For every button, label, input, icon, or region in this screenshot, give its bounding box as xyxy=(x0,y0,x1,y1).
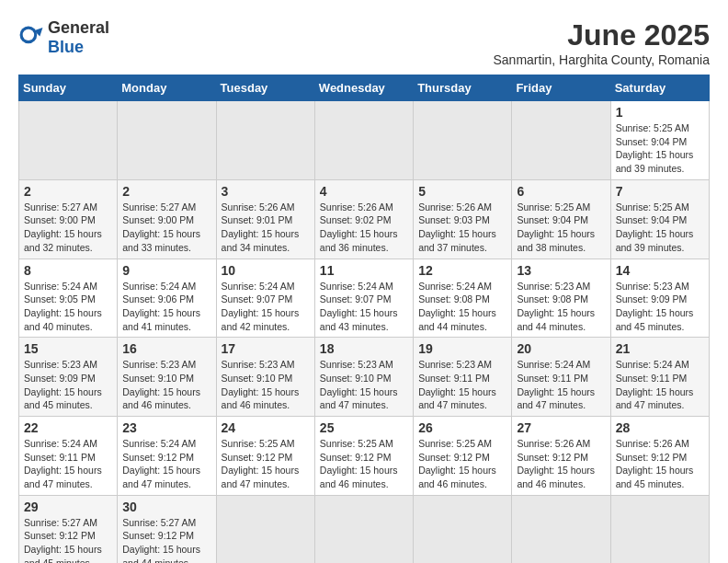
day-info: Sunrise: 5:25 AMSunset: 9:04 PMDaylight:… xyxy=(517,201,595,253)
logo-text: General Blue xyxy=(48,18,109,57)
calendar-cell: 25 Sunrise: 5:25 AMSunset: 9:12 PMDaylig… xyxy=(314,417,413,496)
calendar-cell: 9 Sunrise: 5:24 AMSunset: 9:06 PMDayligh… xyxy=(118,259,216,338)
calendar-cell: 12 Sunrise: 5:24 AMSunset: 9:08 PMDaylig… xyxy=(414,259,512,338)
calendar-cell: 21 Sunrise: 5:24 AMSunset: 9:11 PMDaylig… xyxy=(610,338,709,417)
calendar-cell: 16 Sunrise: 5:23 AMSunset: 9:10 PMDaylig… xyxy=(118,338,216,417)
calendar-cell: 10 Sunrise: 5:24 AMSunset: 9:07 PMDaylig… xyxy=(216,259,314,338)
day-number: 23 xyxy=(122,420,210,435)
day-info: Sunrise: 5:25 AMSunset: 9:04 PMDaylight:… xyxy=(616,201,694,253)
day-info: Sunrise: 5:24 AMSunset: 9:11 PMDaylight:… xyxy=(24,438,102,489)
header-friday: Friday xyxy=(512,75,610,101)
calendar-cell: 14 Sunrise: 5:23 AMSunset: 9:09 PMDaylig… xyxy=(610,259,709,338)
day-number: 24 xyxy=(222,420,310,435)
day-info: Sunrise: 5:24 AMSunset: 9:11 PMDaylight:… xyxy=(517,359,595,410)
logo-blue: Blue xyxy=(48,38,84,56)
calendar-cell: 8 Sunrise: 5:24 AMSunset: 9:05 PMDayligh… xyxy=(19,259,118,338)
day-info: Sunrise: 5:23 AMSunset: 9:11 PMDaylight:… xyxy=(418,359,496,410)
page-subtitle: Sanmartin, Harghita County, Romania xyxy=(493,52,710,67)
day-number: 5 xyxy=(418,184,506,199)
day-info: Sunrise: 5:25 AMSunset: 9:12 PMDaylight:… xyxy=(222,438,300,489)
calendar-cell xyxy=(216,101,314,180)
day-info: Sunrise: 5:26 AMSunset: 9:02 PMDaylight:… xyxy=(320,201,398,253)
calendar-cell: 5 Sunrise: 5:26 AMSunset: 9:03 PMDayligh… xyxy=(414,179,512,259)
calendar-week-row: 15 Sunrise: 5:23 AMSunset: 9:09 PMDaylig… xyxy=(19,338,710,417)
day-info: Sunrise: 5:23 AMSunset: 9:10 PMDaylight:… xyxy=(122,359,200,410)
day-info: Sunrise: 5:26 AMSunset: 9:12 PMDaylight:… xyxy=(616,438,694,489)
calendar-cell: 1 Sunrise: 5:25 AMSunset: 9:04 PMDayligh… xyxy=(610,101,709,180)
day-info: Sunrise: 5:26 AMSunset: 9:12 PMDaylight:… xyxy=(517,438,595,489)
calendar-week-row: 1 Sunrise: 5:25 AMSunset: 9:04 PMDayligh… xyxy=(19,101,710,180)
day-info: Sunrise: 5:23 AMSunset: 9:10 PMDaylight:… xyxy=(320,359,398,410)
calendar-cell: 28 Sunrise: 5:26 AMSunset: 9:12 PMDaylig… xyxy=(610,417,709,496)
calendar-cell: 18 Sunrise: 5:23 AMSunset: 9:10 PMDaylig… xyxy=(314,338,413,417)
calendar-cell xyxy=(216,495,314,563)
calendar-week-row: 2 Sunrise: 5:27 AMSunset: 9:00 PMDayligh… xyxy=(19,179,710,259)
header: General Blue June 2025 Sanmartin, Harghi… xyxy=(18,18,710,67)
day-number: 15 xyxy=(24,341,112,356)
day-info: Sunrise: 5:23 AMSunset: 9:09 PMDaylight:… xyxy=(616,281,694,332)
day-number: 7 xyxy=(616,184,704,199)
day-number: 12 xyxy=(418,263,506,278)
calendar-cell xyxy=(610,495,709,563)
calendar-cell: 6 Sunrise: 5:25 AMSunset: 9:04 PMDayligh… xyxy=(512,179,610,259)
day-number: 3 xyxy=(222,184,310,199)
logo-icon xyxy=(18,25,44,51)
calendar-cell: 23 Sunrise: 5:24 AMSunset: 9:12 PMDaylig… xyxy=(118,417,216,496)
day-number: 27 xyxy=(517,420,605,435)
calendar-cell xyxy=(314,101,413,180)
day-number: 18 xyxy=(320,341,408,356)
calendar-cell xyxy=(414,101,512,180)
header-sunday: Sunday xyxy=(19,75,118,101)
day-number: 9 xyxy=(122,263,210,278)
calendar-cell xyxy=(512,495,610,563)
calendar-cell xyxy=(414,495,512,563)
day-number: 21 xyxy=(616,341,704,356)
day-info: Sunrise: 5:24 AMSunset: 9:08 PMDaylight:… xyxy=(418,281,496,332)
calendar-cell: 17 Sunrise: 5:23 AMSunset: 9:10 PMDaylig… xyxy=(216,338,314,417)
logo: General Blue xyxy=(18,18,109,57)
day-info: Sunrise: 5:25 AMSunset: 9:12 PMDaylight:… xyxy=(418,438,496,489)
day-info: Sunrise: 5:23 AMSunset: 9:10 PMDaylight:… xyxy=(222,359,300,410)
calendar-cell xyxy=(512,101,610,180)
header-saturday: Saturday xyxy=(610,75,709,101)
day-number: 1 xyxy=(616,105,704,120)
page-title: June 2025 xyxy=(493,18,710,52)
day-number: 30 xyxy=(122,500,210,514)
calendar-cell: 20 Sunrise: 5:24 AMSunset: 9:11 PMDaylig… xyxy=(512,338,610,417)
day-number: 2 xyxy=(24,184,112,199)
title-area: June 2025 Sanmartin, Harghita County, Ro… xyxy=(493,18,710,67)
calendar-cell: 29 Sunrise: 5:27 AMSunset: 9:12 PMDaylig… xyxy=(19,495,118,563)
calendar-week-row: 22 Sunrise: 5:24 AMSunset: 9:11 PMDaylig… xyxy=(19,417,710,496)
header-monday: Monday xyxy=(118,75,216,101)
day-number: 20 xyxy=(517,341,605,356)
svg-point-1 xyxy=(23,29,34,40)
day-info: Sunrise: 5:26 AMSunset: 9:01 PMDaylight:… xyxy=(222,201,300,253)
calendar-cell xyxy=(118,101,216,180)
day-number: 28 xyxy=(616,420,704,435)
day-number: 10 xyxy=(222,263,310,278)
day-info: Sunrise: 5:24 AMSunset: 9:11 PMDaylight:… xyxy=(616,359,694,410)
logo-general: General xyxy=(48,18,109,37)
calendar-cell: 4 Sunrise: 5:26 AMSunset: 9:02 PMDayligh… xyxy=(314,179,413,259)
calendar-cell: 22 Sunrise: 5:24 AMSunset: 9:11 PMDaylig… xyxy=(19,417,118,496)
calendar-cell xyxy=(314,495,413,563)
header-thursday: Thursday xyxy=(414,75,512,101)
day-number: 17 xyxy=(222,341,310,356)
day-number: 29 xyxy=(24,500,112,514)
calendar-cell xyxy=(19,101,118,180)
day-info: Sunrise: 5:27 AMSunset: 9:00 PMDaylight:… xyxy=(122,201,200,253)
day-info: Sunrise: 5:23 AMSunset: 9:08 PMDaylight:… xyxy=(517,281,595,332)
calendar-cell: 15 Sunrise: 5:23 AMSunset: 9:09 PMDaylig… xyxy=(19,338,118,417)
day-info: Sunrise: 5:23 AMSunset: 9:09 PMDaylight:… xyxy=(24,359,102,410)
calendar-cell: 27 Sunrise: 5:26 AMSunset: 9:12 PMDaylig… xyxy=(512,417,610,496)
day-number: 2 xyxy=(122,184,210,199)
day-number: 14 xyxy=(616,263,704,278)
day-number: 8 xyxy=(24,263,112,278)
header-wednesday: Wednesday xyxy=(314,75,413,101)
day-info: Sunrise: 5:24 AMSunset: 9:07 PMDaylight:… xyxy=(320,281,398,332)
day-number: 11 xyxy=(320,263,408,278)
calendar-week-row: 8 Sunrise: 5:24 AMSunset: 9:05 PMDayligh… xyxy=(19,259,710,338)
day-info: Sunrise: 5:27 AMSunset: 9:12 PMDaylight:… xyxy=(24,517,102,563)
calendar-cell: 2 Sunrise: 5:27 AMSunset: 9:00 PMDayligh… xyxy=(118,179,216,259)
day-info: Sunrise: 5:25 AMSunset: 9:12 PMDaylight:… xyxy=(320,438,398,489)
